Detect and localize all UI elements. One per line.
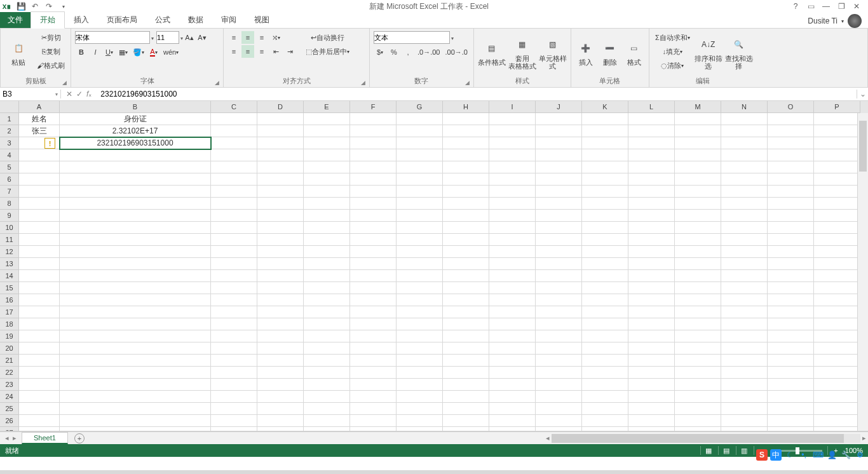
cell[interactable]: [768, 342, 814, 355]
cell[interactable]: [304, 246, 350, 258]
cell[interactable]: [489, 234, 536, 246]
cell[interactable]: [489, 270, 536, 282]
cell[interactable]: [19, 186, 60, 198]
column-header[interactable]: F: [350, 101, 397, 113]
cell[interactable]: [397, 210, 443, 222]
cell[interactable]: [628, 403, 675, 415]
cell[interactable]: [721, 379, 768, 391]
cell[interactable]: [675, 403, 721, 415]
find-select-button[interactable]: 🔍查找和选择: [725, 31, 753, 73]
cell[interactable]: [257, 113, 304, 125]
cell[interactable]: [489, 427, 536, 431]
cell[interactable]: [257, 282, 304, 294]
cell[interactable]: [60, 403, 211, 415]
cell[interactable]: [19, 403, 60, 415]
name-box-dropdown-icon[interactable]: ▾: [55, 91, 58, 97]
cell[interactable]: [489, 282, 536, 294]
cell[interactable]: [489, 125, 536, 137]
row-header[interactable]: 14: [0, 270, 19, 282]
row-header[interactable]: 18: [0, 318, 19, 330]
cell[interactable]: [768, 137, 814, 149]
cell[interactable]: [814, 246, 860, 258]
cell[interactable]: [350, 415, 397, 427]
cell[interactable]: [721, 415, 768, 427]
sogou-ime-icon[interactable]: S: [756, 449, 768, 461]
cell[interactable]: [211, 125, 257, 137]
cell[interactable]: [721, 294, 768, 306]
cell[interactable]: [19, 367, 60, 379]
row-header[interactable]: 12: [0, 246, 19, 258]
insert-cell-button[interactable]: ➕插入: [575, 31, 597, 73]
cell[interactable]: [536, 210, 582, 222]
cell[interactable]: [211, 222, 257, 234]
cell[interactable]: [350, 282, 397, 294]
row-header[interactable]: 11: [0, 234, 19, 246]
cell[interactable]: [19, 173, 60, 186]
cell[interactable]: [19, 270, 60, 282]
cell[interactable]: [721, 161, 768, 173]
cell[interactable]: [211, 210, 257, 222]
cell[interactable]: [721, 246, 768, 258]
cell[interactable]: [350, 306, 397, 318]
ime-settings-icon[interactable]: ⚙: [854, 449, 865, 461]
format-as-table-button[interactable]: ▦套用 表格格式: [508, 31, 536, 73]
cell[interactable]: [768, 222, 814, 234]
conditional-formatting-button[interactable]: ▤条件格式: [478, 31, 506, 73]
cell[interactable]: [628, 186, 675, 198]
tab-file[interactable]: 文件: [0, 12, 31, 28]
cell[interactable]: [19, 379, 60, 391]
cell[interactable]: [19, 282, 60, 294]
cell[interactable]: [257, 210, 304, 222]
cell[interactable]: [536, 234, 582, 246]
cell[interactable]: [582, 306, 628, 318]
cell[interactable]: [814, 222, 860, 234]
cell[interactable]: [211, 137, 257, 149]
cell[interactable]: [19, 355, 60, 367]
cell[interactable]: [257, 294, 304, 306]
cell[interactable]: [443, 367, 489, 379]
cell[interactable]: [536, 330, 582, 342]
row-header[interactable]: 16: [0, 294, 19, 306]
scroll-left-icon[interactable]: ◂: [544, 434, 552, 442]
cell[interactable]: [304, 355, 350, 367]
cell[interactable]: [814, 258, 860, 270]
cell[interactable]: [60, 330, 211, 342]
cell[interactable]: [304, 125, 350, 137]
cell[interactable]: [628, 330, 675, 342]
cell[interactable]: [675, 113, 721, 125]
cell[interactable]: [675, 367, 721, 379]
row-header[interactable]: 24: [0, 391, 19, 403]
cell[interactable]: [582, 403, 628, 415]
cell[interactable]: [628, 234, 675, 246]
cell[interactable]: [721, 222, 768, 234]
cell[interactable]: [443, 282, 489, 294]
cell[interactable]: [60, 367, 211, 379]
save-icon[interactable]: 💾: [15, 1, 27, 12]
cell[interactable]: [489, 330, 536, 342]
cell[interactable]: [397, 161, 443, 173]
cell[interactable]: [257, 379, 304, 391]
cell[interactable]: [60, 186, 211, 198]
maximize-icon[interactable]: ❐: [835, 2, 848, 11]
cell[interactable]: [19, 161, 60, 173]
cell[interactable]: [211, 161, 257, 173]
cell[interactable]: [814, 173, 860, 186]
cell[interactable]: 张三: [19, 125, 60, 137]
cell[interactable]: [768, 415, 814, 427]
cell[interactable]: [397, 258, 443, 270]
cell[interactable]: [350, 270, 397, 282]
cell[interactable]: [675, 210, 721, 222]
cell[interactable]: [489, 137, 536, 149]
cell[interactable]: [211, 149, 257, 161]
ribbon-display-icon[interactable]: ▭: [804, 2, 817, 11]
cell[interactable]: [211, 427, 257, 431]
cell[interactable]: [721, 403, 768, 415]
cell[interactable]: [536, 198, 582, 210]
cell[interactable]: [536, 318, 582, 330]
font-name-dropdown-icon[interactable]: [150, 33, 154, 42]
cell[interactable]: [304, 318, 350, 330]
close-icon[interactable]: ✕: [850, 2, 863, 11]
cell[interactable]: [443, 149, 489, 161]
cell[interactable]: [675, 234, 721, 246]
cell[interactable]: [257, 342, 304, 355]
